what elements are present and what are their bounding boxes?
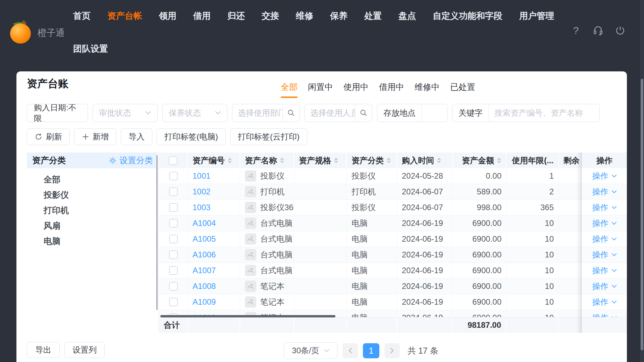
- asset-image-placeholder-icon: [245, 170, 256, 182]
- asset-id-link[interactable]: A1007: [193, 266, 216, 275]
- prev-page-button[interactable]: [342, 343, 358, 358]
- tab-disposed[interactable]: 已处置: [450, 81, 475, 98]
- sort-caret-icon[interactable]: [280, 158, 284, 163]
- nav-item-handover[interactable]: 交接: [262, 10, 279, 22]
- nav-item-custom-fields[interactable]: 自定义功能和字段: [433, 10, 502, 22]
- page-scrollbar[interactable]: [640, 0, 644, 362]
- set-category-link[interactable]: 设置分类: [109, 155, 153, 166]
- row-action-dropdown[interactable]: 操作: [582, 310, 627, 317]
- asset-id-link[interactable]: A1009: [193, 297, 216, 307]
- col-header-asset-spec[interactable]: 资产规格: [294, 153, 347, 168]
- refresh-button[interactable]: 刷新: [27, 128, 70, 145]
- col-header-asset-category[interactable]: 资产分类: [347, 153, 397, 168]
- nav-item-user-management[interactable]: 用户管理: [519, 10, 554, 22]
- asset-id-link[interactable]: 1002: [193, 187, 210, 196]
- horizontal-scrollbar-thumb[interactable]: [160, 315, 335, 317]
- maintenance-status-select[interactable]: 保养状态: [162, 104, 227, 122]
- print-label-pc-button[interactable]: 打印标签(电脑): [157, 128, 226, 145]
- row-checkbox[interactable]: [169, 187, 178, 196]
- location-input[interactable]: [422, 104, 447, 122]
- asset-id-link[interactable]: A1004: [193, 219, 216, 228]
- tab-all[interactable]: 全部: [281, 81, 298, 98]
- row-checkbox[interactable]: [169, 172, 178, 180]
- row-action-dropdown[interactable]: 操作: [582, 279, 627, 294]
- tab-borrowed[interactable]: 借用中: [379, 81, 404, 98]
- row-action-dropdown[interactable]: 操作: [582, 263, 627, 279]
- row-action-dropdown[interactable]: 操作: [582, 294, 627, 310]
- nav-item-team-settings[interactable]: 团队设置: [73, 43, 108, 55]
- approval-status-select[interactable]: 审批状态: [93, 104, 158, 122]
- tab-in-use[interactable]: 使用中: [343, 81, 369, 98]
- keyword-filter[interactable]: 关键字 搜索资产编号、资产名称: [452, 104, 600, 122]
- nav-item-repair[interactable]: 维修: [296, 10, 313, 22]
- row-checkbox[interactable]: [169, 298, 178, 306]
- col-header-purchase-date[interactable]: 购入时间: [397, 153, 453, 168]
- help-glyph: ?: [573, 25, 579, 36]
- headset-support-icon[interactable]: [592, 25, 604, 36]
- nav-item-asset-ledger[interactable]: 资产台帐: [107, 10, 142, 22]
- nav-item-borrow[interactable]: 借用: [193, 10, 211, 22]
- search-icon[interactable]: [283, 109, 300, 117]
- select-all-checkbox[interactable]: [169, 156, 177, 165]
- sort-caret-icon[interactable]: [437, 158, 441, 163]
- asset-id-link[interactable]: 1003: [193, 203, 210, 212]
- power-logout-icon[interactable]: [614, 25, 626, 36]
- nav-item-return[interactable]: 归还: [227, 10, 245, 22]
- category-item-computer[interactable]: 电脑: [27, 233, 158, 249]
- row-checkbox[interactable]: [169, 282, 178, 291]
- col-header-asset-id[interactable]: 资产编号: [188, 153, 240, 168]
- import-button[interactable]: 导入: [121, 128, 152, 145]
- nav-item-home[interactable]: 首页: [73, 10, 91, 22]
- purchase-date-filter[interactable]: 购入日期:不限: [27, 104, 88, 122]
- nav-item-disposal[interactable]: 处置: [364, 10, 382, 22]
- asset-id-link[interactable]: A1008: [193, 282, 216, 291]
- sort-caret-icon[interactable]: [497, 158, 501, 163]
- col-header-amount[interactable]: 资产金额: [453, 153, 506, 168]
- user-filter[interactable]: 选择使用人员: [305, 104, 372, 122]
- row-action-dropdown[interactable]: 操作: [582, 216, 627, 231]
- user-placeholder: 选择使用人员: [305, 108, 355, 118]
- page-scrollbar-thumb[interactable]: [641, 79, 643, 350]
- asset-id-link[interactable]: A1005: [193, 234, 216, 244]
- row-action-dropdown[interactable]: 操作: [582, 200, 627, 216]
- nav-item-requisition[interactable]: 领用: [159, 10, 176, 22]
- category-item-printer[interactable]: 打印机: [27, 202, 158, 218]
- sort-caret-icon[interactable]: [334, 158, 338, 163]
- row-checkbox[interactable]: [169, 203, 178, 212]
- tab-under-repair[interactable]: 维修中: [415, 81, 440, 98]
- row-checkbox[interactable]: [169, 219, 178, 228]
- add-button[interactable]: 新增: [74, 128, 116, 145]
- print-label-cloud-button[interactable]: 打印标签(云打印): [230, 128, 307, 145]
- nav-item-maintenance[interactable]: 保养: [330, 10, 347, 22]
- asset-image-placeholder-icon: [245, 296, 256, 308]
- sort-caret-icon[interactable]: [387, 158, 391, 163]
- asset-id-link[interactable]: A1006: [193, 250, 216, 259]
- row-checkbox[interactable]: [169, 266, 178, 275]
- search-icon[interactable]: [355, 109, 372, 117]
- col-header-asset-name[interactable]: 资产名称: [240, 153, 294, 168]
- row-action-dropdown[interactable]: 操作: [582, 184, 627, 200]
- export-button[interactable]: 导出: [27, 342, 60, 358]
- category-item-projector[interactable]: 投影仪: [27, 187, 158, 202]
- next-page-button[interactable]: [384, 343, 400, 358]
- col-header-years[interactable]: 使用年限(...: [506, 153, 559, 168]
- row-checkbox[interactable]: [169, 250, 178, 259]
- set-columns-button[interactable]: 设置列: [64, 342, 105, 358]
- keyword-search-input[interactable]: 搜索资产编号、资产名称: [489, 108, 599, 118]
- current-page-button[interactable]: 1: [363, 343, 379, 358]
- sort-caret-icon[interactable]: [228, 158, 232, 163]
- asset-id-link[interactable]: 1001: [193, 171, 210, 181]
- page-size-select[interactable]: 30条/页: [284, 342, 337, 359]
- tab-idle[interactable]: 闲置中: [308, 81, 333, 98]
- row-action-dropdown[interactable]: 操作: [582, 231, 627, 247]
- department-filter[interactable]: 选择使用部门: [232, 104, 300, 122]
- location-filter[interactable]: 存放地点: [377, 104, 447, 122]
- row-action-dropdown[interactable]: 操作: [582, 247, 627, 263]
- nav-item-inventory[interactable]: 盘点: [398, 10, 416, 22]
- category-item-fan[interactable]: 风扇: [27, 218, 158, 233]
- category-item-all[interactable]: 全部: [27, 172, 158, 187]
- row-checkbox[interactable]: [169, 235, 178, 243]
- category-scrollbar-thumb[interactable]: [156, 155, 158, 310]
- help-icon[interactable]: ?: [570, 25, 582, 36]
- row-action-dropdown[interactable]: 操作: [582, 168, 627, 184]
